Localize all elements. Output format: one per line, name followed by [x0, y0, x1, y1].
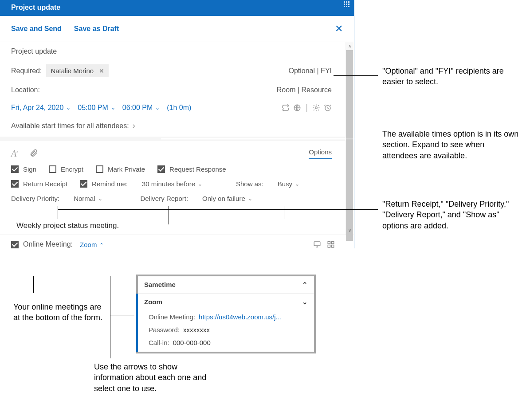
delivery-priority-dropdown[interactable]: Normal⌄: [74, 195, 102, 202]
save-as-draft-button[interactable]: Save as Draft: [74, 25, 119, 33]
remind-me-label: Remind me:: [92, 180, 128, 188]
editor-toolbar: Az Options: [11, 143, 332, 162]
meeting-callin-value: 000-000-000: [173, 339, 211, 346]
sametime-label: Sametime: [144, 281, 176, 289]
action-bar: Save and Send Save as Draft ✕: [0, 16, 354, 42]
meeting-url-label: Online Meeting:: [149, 313, 195, 321]
online-meeting-dropdown[interactable]: Zoom ⌃: [80, 241, 104, 248]
svg-point-1: [315, 106, 318, 109]
options-row-1: Sign Encrypt Mark Private Request Respon…: [11, 162, 332, 177]
subject-field[interactable]: Project update: [11, 42, 332, 60]
callout-tick-3c: [284, 206, 284, 219]
display-icon[interactable]: [313, 240, 322, 248]
scroll-down-icon[interactable]: [345, 227, 354, 235]
delivery-report-label: Delivery Report:: [141, 195, 188, 202]
location-label: Location:: [11, 86, 40, 94]
show-as-dropdown[interactable]: Busy⌄: [278, 180, 299, 188]
callout-tick-3a: [58, 206, 58, 219]
close-icon[interactable]: ✕: [335, 24, 343, 34]
scroll-thumb[interactable]: [346, 50, 353, 241]
recipient-chip[interactable]: Natalie Morino ✕: [46, 64, 109, 77]
show-as-value: Busy: [278, 180, 292, 188]
separator: |: [306, 103, 308, 112]
remind-me-checkbox[interactable]: Remind me:: [80, 180, 128, 188]
available-times-label: Available start times for all attendees:: [11, 121, 135, 130]
required-label: Required:: [11, 67, 42, 75]
duration-display: (1h 0m): [167, 104, 191, 112]
vertical-scrollbar[interactable]: [345, 42, 354, 235]
svg-rect-3: [314, 242, 320, 246]
meeting-provider-panel: Sametime ⌃ Zoom ⌄ Online Meeting: https:…: [136, 275, 316, 353]
return-receipt-checkbox[interactable]: Return Receipt: [11, 180, 67, 188]
remind-me-dropdown[interactable]: 30 minutes before⌄: [142, 180, 202, 188]
zoom-row[interactable]: Zoom ⌄: [138, 294, 314, 310]
chevron-up-icon[interactable]: ⌃: [302, 281, 308, 289]
meeting-url-value[interactable]: https://us04web.zoom.us/j...: [199, 313, 281, 321]
meeting-callin-label: Call-in:: [149, 339, 169, 346]
online-meeting-row: Online Meeting: Zoom ⌃: [11, 240, 335, 248]
end-time-picker[interactable]: 06:00 PM⌄: [122, 104, 160, 112]
delivery-priority-label: Delivery Priority:: [11, 195, 59, 202]
options-tab[interactable]: Options: [309, 148, 332, 159]
scroll-up-icon[interactable]: [345, 42, 354, 50]
encrypt-checkbox[interactable]: Encrypt: [49, 165, 83, 173]
grid-icon[interactable]: [327, 240, 335, 248]
online-meeting-value: Zoom: [80, 241, 97, 248]
attachment-icon[interactable]: [29, 149, 38, 159]
options-row-2: Return Receipt Remind me: 30 minutes bef…: [11, 177, 332, 191]
meeting-password-value: xxxxxxxx: [183, 326, 210, 334]
start-time-value: 05:00 PM: [78, 104, 108, 112]
required-row: Required: Natalie Morino ✕ Optional | FY…: [11, 60, 332, 82]
delivery-priority-value: Normal: [74, 195, 95, 202]
optional-fyi-link[interactable]: Optional | FYI: [288, 67, 332, 75]
alarm-icon[interactable]: [324, 104, 332, 112]
callout-tick-3b: [169, 206, 169, 224]
titlebar: Project update: [0, 0, 354, 16]
show-as-label: Show as:: [236, 180, 263, 188]
meeting-password-label: Password:: [149, 326, 180, 334]
request-response-checkbox[interactable]: Request Response: [157, 165, 226, 173]
date-value: Fri, Apr 24, 2020: [11, 104, 63, 112]
options-row-3: Delivery Priority: Normal⌄ Delivery Repo…: [11, 191, 332, 206]
annotation-available-times: The available times option is in its own…: [382, 129, 520, 161]
sign-checkbox[interactable]: Sign: [11, 165, 36, 173]
datetime-row: Fri, Apr 24, 2020⌄ 05:00 PM⌄ 06:00 PM⌄ (…: [11, 98, 332, 117]
mark-private-label: Mark Private: [108, 165, 145, 173]
encrypt-label: Encrypt: [61, 165, 83, 173]
callout-tick-4: [33, 276, 34, 293]
end-time-value: 06:00 PM: [122, 104, 153, 112]
svg-rect-7: [332, 245, 334, 247]
annotation-delivery-options: "Return Receipt," "Delivery Priority," "…: [382, 199, 524, 231]
repeat-icon[interactable]: [282, 104, 290, 112]
delivery-report-dropdown[interactable]: Only on failure⌄: [202, 195, 252, 202]
callout-line-5: [110, 315, 134, 315]
chevron-down-icon[interactable]: ⌄: [302, 298, 308, 306]
date-picker[interactable]: Fri, Apr 24, 2020⌄: [11, 104, 71, 112]
text-style-icon[interactable]: Az: [11, 149, 19, 159]
meeting-callin-row: Call-in: 000-000-000: [138, 336, 314, 352]
start-time-picker[interactable]: 05:00 PM⌄: [78, 104, 115, 112]
annotation-optional-fyi: "Optional" and "FYI" recipients are easi…: [382, 66, 520, 87]
annotation-online-meetings: Your online meetings are at the bottom o…: [13, 302, 106, 323]
grip-icon[interactable]: [343, 1, 351, 7]
remove-recipient-icon[interactable]: ✕: [99, 67, 104, 75]
available-times-row[interactable]: Available start times for all attendees:: [11, 117, 332, 135]
zoom-label: Zoom: [144, 298, 162, 306]
location-row: Location: Room | Resource: [11, 82, 332, 98]
delivery-report-value: Only on failure: [202, 195, 245, 202]
sametime-row[interactable]: Sametime ⌃: [138, 276, 314, 294]
mark-private-checkbox[interactable]: Mark Private: [96, 165, 145, 173]
return-receipt-label: Return Receipt: [23, 180, 67, 188]
recipient-name: Natalie Morino: [51, 67, 94, 75]
save-and-send-button[interactable]: Save and Send: [11, 25, 62, 33]
gear-icon[interactable]: [312, 104, 320, 112]
online-meeting-checkbox[interactable]: Online Meeting:: [11, 240, 73, 248]
remind-me-value: 30 minutes before: [142, 180, 195, 188]
window-title: Project update: [11, 4, 60, 11]
request-response-label: Request Response: [169, 165, 226, 173]
callout-tick-5: [110, 276, 110, 358]
svg-rect-5: [332, 241, 334, 243]
globe-icon[interactable]: [293, 104, 301, 112]
room-resource-link[interactable]: Room | Resource: [277, 86, 332, 94]
svg-rect-6: [328, 245, 330, 247]
